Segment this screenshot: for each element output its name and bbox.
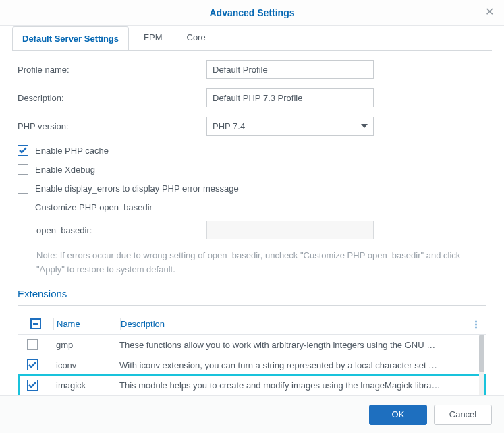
open-basedir-input — [206, 221, 374, 239]
row-name: imagick — [53, 380, 119, 391]
column-name[interactable]: Name — [54, 319, 120, 329]
table-row[interactable]: imagickThis module helps you to create a… — [18, 375, 486, 395]
enable-display-errors-label: Enable display_errors to display PHP err… — [35, 183, 239, 194]
tab-core[interactable]: Core — [177, 26, 215, 51]
php-version-value: PHP 7.4 — [213, 121, 245, 132]
content-area: Profile name: Description: PHP version: … — [0, 51, 504, 395]
enable-xdebug-label: Enable Xdebug — [35, 165, 95, 175]
php-version-label: PHP version: — [18, 121, 206, 132]
dialog-window: Advanced Settings ✕ Default Server Setti… — [0, 0, 504, 433]
cancel-button[interactable]: Cancel — [434, 405, 492, 425]
php-version-select[interactable]: PHP 7.4 — [206, 117, 374, 136]
profile-name-label: Profile name: — [18, 65, 206, 75]
tabstrip: Default Server Settings FPM Core — [0, 26, 504, 51]
extensions-table: Name Description ⋮ gmpThese functions al… — [18, 314, 486, 395]
scrollbar-thumb[interactable] — [479, 335, 484, 372]
description-label: Description: — [18, 93, 206, 103]
customize-open-basedir-label: Customize PHP open_basedir — [35, 202, 152, 212]
row-description: With iconv extension, you can turn a str… — [119, 360, 486, 370]
customize-open-basedir-checkbox[interactable] — [18, 202, 28, 212]
enable-display-errors-checkbox[interactable] — [18, 183, 28, 194]
open-basedir-note: Note: If errors occur due to wrong setti… — [36, 249, 486, 277]
column-description[interactable]: Description — [121, 319, 486, 329]
row-name: gmp — [53, 340, 119, 350]
table-row[interactable]: gmpThese functions allow you to work wit… — [18, 335, 486, 355]
enable-php-cache-checkbox[interactable] — [18, 145, 28, 156]
tab-fpm[interactable]: FPM — [134, 26, 171, 51]
ok-button[interactable]: OK — [369, 405, 427, 425]
titlebar: Advanced Settings ✕ — [0, 0, 504, 26]
row-checkbox[interactable] — [27, 380, 38, 391]
dialog-footer: OK Cancel — [0, 395, 504, 433]
close-icon[interactable]: ✕ — [485, 7, 496, 18]
enable-php-cache-label: Enable PHP cache — [35, 146, 109, 156]
row-checkbox[interactable] — [27, 339, 38, 350]
divider — [18, 305, 486, 306]
table-header: Name Description ⋮ — [18, 314, 486, 335]
row-description: This module helps you to create and modi… — [119, 380, 486, 391]
chevron-down-icon — [361, 124, 368, 128]
extensions-title: Extensions — [18, 288, 486, 299]
enable-xdebug-checkbox[interactable] — [18, 164, 28, 175]
open-basedir-label: open_basedir: — [36, 225, 206, 235]
dialog-title: Advanced Settings — [209, 7, 294, 18]
row-checkbox[interactable] — [27, 359, 38, 370]
table-menu-icon[interactable]: ⋮ — [472, 319, 480, 329]
profile-name-input[interactable] — [206, 60, 374, 79]
description-input[interactable] — [206, 88, 374, 107]
row-description: These functions allow you to work with a… — [119, 340, 486, 350]
row-name: iconv — [53, 360, 119, 370]
table-row[interactable]: iconvWith iconv extension, you can turn … — [18, 355, 486, 375]
table-body: gmpThese functions allow you to work wit… — [18, 335, 486, 395]
tab-default-server-settings[interactable]: Default Server Settings — [12, 26, 129, 51]
select-all-checkbox[interactable] — [30, 318, 41, 329]
